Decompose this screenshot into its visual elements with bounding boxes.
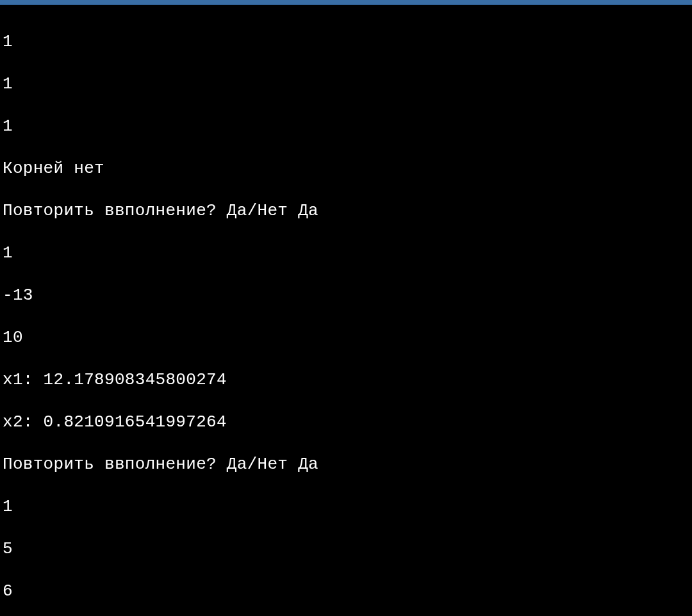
terminal-line: 1 [3,74,689,95]
terminal-output[interactable]: 1 1 1 Корней нет Повторить ввполнение? Д… [0,5,692,616]
terminal-line: Повторить ввполнение? Да/Нет Да [3,454,689,475]
terminal-line: Корней нет [3,158,689,179]
terminal-line: x2: 0.8210916541997264 [3,412,689,433]
terminal-line: 5 [3,539,689,560]
terminal-line: 10 [3,327,689,348]
terminal-line: -13 [3,285,689,306]
terminal-line: 6 [3,581,689,602]
terminal-line: 1 [3,31,689,53]
terminal-line: 1 [3,243,689,264]
terminal-line: x1: 12.178908345800274 [3,369,689,391]
terminal-line: Повторить ввполнение? Да/Нет Да [3,200,689,222]
terminal-line: 1 [3,496,689,517]
terminal-line: 1 [3,116,689,137]
window-title-bar [0,0,692,5]
